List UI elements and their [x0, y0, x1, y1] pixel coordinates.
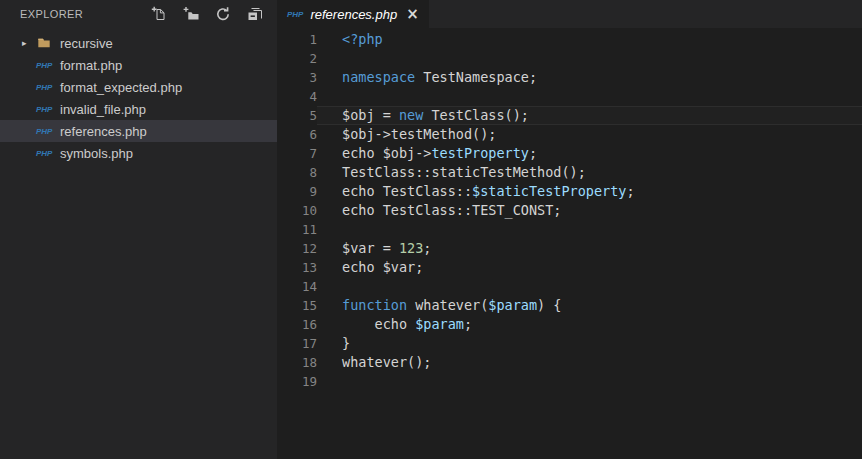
line-number: 12	[277, 239, 317, 258]
collapse-all-icon[interactable]	[247, 6, 263, 22]
file-row-symbols-php[interactable]: PHP symbols.php	[0, 142, 277, 164]
file-name-label: invalid_file.php	[60, 102, 146, 117]
file-tree: ▸ recursive PHP format.php PHP format_ex…	[0, 28, 277, 164]
line-text: echo $obj->testProperty;	[317, 144, 862, 163]
line-text	[317, 220, 862, 239]
explorer-actions	[151, 6, 263, 22]
line-text: function whatever($param) {	[317, 296, 862, 315]
code-line-2[interactable]: 2	[277, 49, 862, 68]
code-line-18[interactable]: 18whatever();	[277, 353, 862, 372]
line-number: 19	[277, 372, 317, 391]
file-row-format-php[interactable]: PHP format.php	[0, 54, 277, 76]
line-text: echo TestClass::$staticTestProperty;	[317, 182, 862, 201]
line-text: echo TestClass::TEST_CONST;	[317, 201, 862, 220]
line-number: 16	[277, 315, 317, 334]
file-name-label: format.php	[60, 58, 122, 73]
code-line-14[interactable]: 14	[277, 277, 862, 296]
line-number: 1	[277, 30, 317, 49]
code-line-17[interactable]: 17}	[277, 334, 862, 353]
code-line-11[interactable]: 11	[277, 220, 862, 239]
php-file-icon: PHP	[36, 149, 54, 158]
php-file-icon: PHP	[287, 10, 303, 19]
line-text: $var = 123;	[317, 239, 862, 258]
code-line-19[interactable]: 19	[277, 372, 862, 391]
line-number: 10	[277, 201, 317, 220]
line-text	[317, 372, 862, 391]
php-file-icon: PHP	[36, 61, 54, 70]
file-row-format-expected-php[interactable]: PHP format_expected.php	[0, 76, 277, 98]
file-type-icon	[36, 36, 54, 50]
explorer-header: EXPLORER	[0, 0, 277, 28]
line-number: 18	[277, 353, 317, 372]
code-line-9[interactable]: 9echo TestClass::$staticTestProperty;	[277, 182, 862, 201]
explorer-title: EXPLORER	[20, 8, 151, 20]
file-row-recursive[interactable]: ▸ recursive	[0, 32, 277, 54]
php-file-icon: PHP	[36, 105, 54, 114]
php-file-icon: PHP	[36, 127, 54, 136]
code-line-6[interactable]: 6$obj->testMethod();	[277, 125, 862, 144]
editor-area: PHP references.php × 1<?php23namespace T…	[277, 0, 862, 459]
tab-title: references.php	[310, 7, 397, 22]
code-line-12[interactable]: 12$var = 123;	[277, 239, 862, 258]
code-line-10[interactable]: 10echo TestClass::TEST_CONST;	[277, 201, 862, 220]
code-line-4[interactable]: 4	[277, 87, 862, 106]
line-number: 2	[277, 49, 317, 68]
line-number: 17	[277, 334, 317, 353]
line-text: TestClass::staticTestMethod();	[317, 163, 862, 182]
file-name-label: symbols.php	[60, 146, 133, 161]
line-number: 13	[277, 258, 317, 277]
vscode-window: EXPLORER	[0, 0, 862, 459]
line-text: $obj->testMethod();	[317, 125, 862, 144]
line-text	[317, 49, 862, 68]
line-text: echo $param;	[317, 315, 862, 334]
line-text: namespace TestNamespace;	[317, 68, 862, 87]
new-folder-icon[interactable]	[183, 6, 199, 22]
code-line-8[interactable]: 8TestClass::staticTestMethod();	[277, 163, 862, 182]
line-number: 11	[277, 220, 317, 239]
tab-references-php[interactable]: PHP references.php ×	[277, 0, 429, 28]
line-number: 9	[277, 182, 317, 201]
line-text	[317, 277, 862, 296]
file-row-references-php[interactable]: PHP references.php	[0, 120, 277, 142]
code-editor: 1<?php23namespace TestNamespace;45$obj =…	[277, 28, 862, 459]
code-line-13[interactable]: 13echo $var;	[277, 258, 862, 277]
line-number: 7	[277, 144, 317, 163]
new-file-icon[interactable]	[151, 6, 167, 22]
tab-bar: PHP references.php ×	[277, 0, 862, 28]
line-text: whatever();	[317, 353, 862, 372]
line-text: $obj = new TestClass();	[317, 106, 862, 125]
file-name-label: format_expected.php	[60, 80, 182, 95]
code-line-1[interactable]: 1<?php	[277, 30, 862, 49]
line-number: 4	[277, 87, 317, 106]
code-line-7[interactable]: 7echo $obj->testProperty;	[277, 144, 862, 163]
line-number: 6	[277, 125, 317, 144]
line-text	[317, 87, 862, 106]
file-row-invalid-file-php[interactable]: PHP invalid_file.php	[0, 98, 277, 120]
line-text: <?php	[317, 30, 862, 49]
php-file-icon: PHP	[36, 83, 54, 92]
tab-close-icon[interactable]: ×	[406, 7, 419, 22]
explorer-sidebar: EXPLORER	[0, 0, 277, 459]
file-name-label: recursive	[60, 36, 113, 51]
code-line-15[interactable]: 15function whatever($param) {	[277, 296, 862, 315]
folder-icon	[36, 36, 52, 50]
line-number: 5	[277, 106, 317, 125]
line-number: 14	[277, 277, 317, 296]
code-line-3[interactable]: 3namespace TestNamespace;	[277, 68, 862, 87]
line-number: 3	[277, 68, 317, 87]
file-name-label: references.php	[60, 124, 147, 139]
code-line-16[interactable]: 16 echo $param;	[277, 315, 862, 334]
line-text: echo $var;	[317, 258, 862, 277]
code-line-5[interactable]: 5$obj = new TestClass();	[277, 106, 862, 125]
chevron-right-icon[interactable]: ▸	[22, 38, 36, 48]
line-number: 8	[277, 163, 317, 182]
refresh-icon[interactable]	[215, 6, 231, 22]
line-text: }	[317, 334, 862, 353]
line-number: 15	[277, 296, 317, 315]
